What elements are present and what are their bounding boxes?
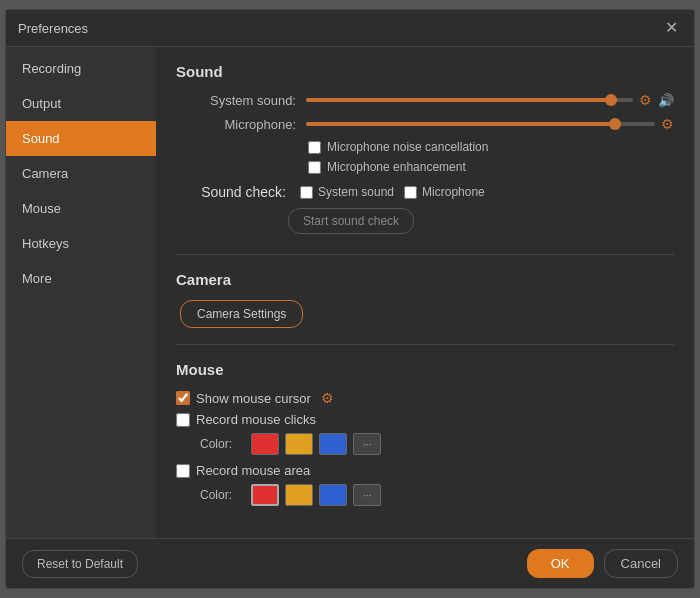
bottom-bar: Reset to Default OK Cancel <box>6 538 694 588</box>
microphone-label: Microphone: <box>176 117 296 132</box>
color-label-1: Color: <box>200 437 245 451</box>
system-sound-gear-icon[interactable]: ⚙ <box>639 92 652 108</box>
sidebar-item-hotkeys[interactable]: Hotkeys <box>6 226 156 261</box>
system-sound-slider[interactable] <box>306 98 633 102</box>
microphone-check-checkbox[interactable] <box>404 186 417 199</box>
preferences-dialog: Preferences ✕ Recording Output Sound Cam… <box>5 9 695 589</box>
show-cursor-row: Show mouse cursor ⚙ <box>176 390 674 406</box>
color-swatch-blue-1[interactable] <box>319 433 347 455</box>
sidebar-item-more[interactable]: More <box>6 261 156 296</box>
microphone-check-item: Microphone <box>404 185 485 199</box>
bottom-right-buttons: OK Cancel <box>527 549 678 578</box>
sound-section-title: Sound <box>176 63 674 80</box>
noise-cancellation-row: Microphone noise cancellation <box>308 140 674 154</box>
record-area-color-row: Color: ··· <box>200 484 674 506</box>
show-cursor-gear-icon[interactable]: ⚙ <box>321 390 334 406</box>
sidebar-item-output[interactable]: Output <box>6 86 156 121</box>
microphone-row: Microphone: ⚙ <box>176 116 674 132</box>
mouse-section: Show mouse cursor ⚙ Record mouse clicks … <box>176 390 674 506</box>
sound-check-label: Sound check: <box>176 184 286 200</box>
system-sound-label: System sound: <box>176 93 296 108</box>
system-sound-row: System sound: ⚙ 🔊 <box>176 92 674 108</box>
noise-cancellation-checkbox[interactable] <box>308 141 321 154</box>
system-sound-check-checkbox[interactable] <box>300 186 313 199</box>
record-area-checkbox[interactable] <box>176 464 190 478</box>
sound-camera-divider <box>176 254 674 255</box>
camera-section-title: Camera <box>176 271 674 288</box>
system-sound-check-label: System sound <box>318 185 394 199</box>
record-clicks-checkbox[interactable] <box>176 413 190 427</box>
show-cursor-label: Show mouse cursor <box>196 391 311 406</box>
sidebar: Recording Output Sound Camera Mouse Hotk… <box>6 47 156 538</box>
main-layout: Recording Output Sound Camera Mouse Hotk… <box>6 47 694 538</box>
system-sound-check-item: System sound <box>300 185 394 199</box>
color-more-button-2[interactable]: ··· <box>353 484 381 506</box>
content-area: Sound System sound: ⚙ 🔊 Microphone: ⚙ <box>156 47 694 538</box>
sidebar-item-recording[interactable]: Recording <box>6 51 156 86</box>
noise-cancellation-label: Microphone noise cancellation <box>327 140 488 154</box>
color-swatch-red-2[interactable] <box>251 484 279 506</box>
close-button[interactable]: ✕ <box>661 18 682 38</box>
sidebar-item-camera[interactable]: Camera <box>6 156 156 191</box>
color-label-2: Color: <box>200 488 245 502</box>
dialog-title: Preferences <box>18 21 88 36</box>
system-sound-speaker-icon[interactable]: 🔊 <box>658 93 674 108</box>
color-more-button-1[interactable]: ··· <box>353 433 381 455</box>
color-swatch-blue-2[interactable] <box>319 484 347 506</box>
sidebar-item-mouse[interactable]: Mouse <box>6 191 156 226</box>
record-clicks-row: Record mouse clicks <box>176 412 674 427</box>
camera-mouse-divider <box>176 344 674 345</box>
mouse-section-title: Mouse <box>176 361 674 378</box>
microphone-gear-icon[interactable]: ⚙ <box>661 116 674 132</box>
start-sound-check-button[interactable]: Start sound check <box>288 208 414 234</box>
record-area-row: Record mouse area <box>176 463 674 478</box>
reset-button[interactable]: Reset to Default <box>22 550 138 578</box>
enhancement-label: Microphone enhancement <box>327 160 466 174</box>
microphone-check-label: Microphone <box>422 185 485 199</box>
title-bar: Preferences ✕ <box>6 10 694 47</box>
record-clicks-color-row: Color: ··· <box>200 433 674 455</box>
enhancement-checkbox[interactable] <box>308 161 321 174</box>
sound-check-row: Sound check: System sound Microphone <box>176 184 674 200</box>
show-cursor-checkbox[interactable] <box>176 391 190 405</box>
color-swatch-orange-2[interactable] <box>285 484 313 506</box>
sidebar-item-sound[interactable]: Sound <box>6 121 156 156</box>
color-swatch-red-1[interactable] <box>251 433 279 455</box>
camera-settings-button[interactable]: Camera Settings <box>180 300 303 328</box>
record-area-label: Record mouse area <box>196 463 310 478</box>
microphone-slider[interactable] <box>306 122 655 126</box>
system-sound-slider-container: ⚙ 🔊 <box>306 92 674 108</box>
microphone-slider-container: ⚙ <box>306 116 674 132</box>
record-clicks-label: Record mouse clicks <box>196 412 316 427</box>
ok-button[interactable]: OK <box>527 549 594 578</box>
cancel-button[interactable]: Cancel <box>604 549 678 578</box>
color-swatch-orange-1[interactable] <box>285 433 313 455</box>
enhancement-row: Microphone enhancement <box>308 160 674 174</box>
